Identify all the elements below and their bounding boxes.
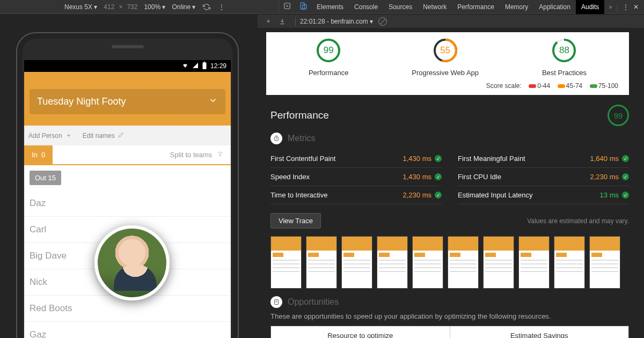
kebab-icon[interactable]: ⋮	[623, 3, 629, 11]
metrics-label: Metrics	[288, 134, 316, 143]
svg-rect-3	[202, 62, 206, 69]
tab-elements[interactable]: Elements	[311, 0, 349, 14]
device-select[interactable]: Nexus 5X ▾	[64, 3, 97, 11]
add-icon[interactable]: ＋	[263, 16, 274, 27]
add-person-button[interactable]: Add Person ＋	[28, 131, 72, 140]
kebab-icon[interactable]: ⋮	[217, 3, 226, 11]
check-icon: ✓	[435, 192, 442, 199]
add-person-label: Add Person	[28, 132, 62, 139]
filmstrip-frame[interactable]	[554, 236, 585, 289]
signal-icon	[192, 62, 199, 70]
performance-title: Performance	[270, 109, 329, 121]
rotate-icon[interactable]	[202, 3, 211, 11]
plus-icon: ＋	[65, 131, 72, 140]
filmstrip-frame[interactable]	[412, 236, 443, 289]
filmstrip-frame[interactable]	[448, 236, 479, 289]
audit-report-select[interactable]: 22:01:28 - benfrain.com ▾	[300, 18, 373, 25]
opp-col-resource: Resource to optimize	[271, 326, 450, 338]
tab-console[interactable]: Console	[349, 0, 383, 14]
dot-green	[590, 84, 597, 88]
scale-label: Score scale:	[486, 82, 522, 90]
metric-value: 2,230 ms	[590, 173, 619, 181]
opportunities-heading[interactable]: Opportunities	[258, 294, 644, 310]
metric-row: First Meaningful Paint 1,640 ms✓	[458, 150, 629, 168]
stopwatch-icon	[270, 133, 282, 144]
tab-audits[interactable]: Audits	[576, 0, 604, 14]
score-performance[interactable]: 99 Performance	[309, 38, 348, 77]
status-bar: 12:29	[24, 60, 231, 72]
scale-green: 75-100	[598, 82, 618, 90]
list-item[interactable]: Daz	[24, 190, 231, 217]
viewport-width[interactable]: 412	[104, 3, 114, 11]
svg-rect-4	[204, 62, 206, 62]
score-card: 99 Performance 55 Progressive Web App 88…	[266, 32, 629, 95]
speaker	[112, 45, 144, 48]
tab-sources[interactable]: Sources	[383, 0, 418, 14]
metric-label: Estimated Input Latency	[458, 191, 532, 199]
filmstrip-frame[interactable]	[589, 236, 620, 289]
filmstrip	[258, 231, 644, 294]
list-item[interactable]: Gaz	[24, 322, 231, 338]
metric-row: First Contentful Paint 1,430 ms✓	[270, 150, 442, 168]
metric-value: 1,430 ms	[403, 173, 431, 181]
metric-label: Time to Interactive	[270, 191, 327, 199]
score-label: Performance	[309, 69, 348, 77]
score-scale: Score scale: 0-44 45-74 75-100	[277, 82, 618, 90]
app-title-bar[interactable]: Tuesday Night Footy	[30, 89, 225, 114]
tab-application[interactable]: Application	[533, 0, 576, 14]
edit-names-label: Edit names	[83, 132, 115, 139]
tab-in-label: In	[32, 151, 38, 159]
metric-row: Speed Index 1,430 ms✓	[270, 168, 442, 186]
app-header: Tuesday Night Footy	[24, 72, 231, 126]
check-icon: ✓	[622, 192, 629, 199]
dot-orange	[558, 84, 565, 88]
filmstrip-frame[interactable]	[483, 236, 514, 289]
performance-score-badge: 99	[608, 105, 629, 126]
close-icon[interactable]: ✕	[633, 3, 639, 11]
filmstrip-frame[interactable]	[306, 236, 337, 289]
tab-memory[interactable]: Memory	[500, 0, 533, 14]
score-best-practices[interactable]: 88 Best Practices	[542, 38, 587, 77]
more-tabs-icon[interactable]: »	[604, 3, 617, 11]
check-icon: ✓	[435, 155, 442, 162]
app-tabs: In 0 Split to teams	[24, 145, 231, 165]
inspect-icon[interactable]	[279, 2, 295, 11]
device-toggle-icon[interactable]	[295, 2, 311, 11]
download-icon[interactable]	[277, 16, 288, 27]
zoom-select[interactable]: 100% ▾	[144, 3, 165, 11]
metric-label: First CPU Idle	[458, 173, 501, 181]
edit-names-button[interactable]: Edit names	[83, 131, 124, 140]
out-pill[interactable]: Out 15	[30, 171, 61, 185]
check-icon: ✓	[622, 155, 629, 162]
check-icon: ✓	[435, 173, 442, 180]
app-actions: Add Person ＋ Edit names	[24, 126, 231, 145]
viewport-height[interactable]: 732	[127, 3, 137, 11]
split-teams-button[interactable]: Split to teams	[165, 145, 231, 164]
clock: 12:29	[210, 62, 226, 70]
clear-icon[interactable]	[378, 17, 387, 26]
metric-label: First Contentful Paint	[270, 155, 335, 163]
chevron-down-icon	[208, 95, 218, 108]
opportunities-label: Opportunities	[288, 297, 339, 307]
score-pwa[interactable]: 55 Progressive Web App	[412, 38, 479, 77]
battery-icon	[202, 62, 207, 71]
opp-col-savings: Estimated Savings	[450, 326, 629, 338]
view-trace-button[interactable]: View Trace	[270, 213, 321, 229]
filmstrip-frame[interactable]	[270, 236, 302, 289]
throttling-select[interactable]: Online ▾	[172, 3, 195, 11]
metric-label: First Meaningful Paint	[458, 155, 525, 163]
tab-in[interactable]: In 0	[24, 145, 53, 164]
filmstrip-frame[interactable]	[518, 236, 550, 289]
performance-heading: Performance 99	[258, 101, 644, 130]
metric-value: 2,230 ms	[403, 191, 431, 199]
metric-row: First CPU Idle 2,230 ms✓	[458, 168, 629, 186]
dimension-x: ×	[119, 3, 122, 11]
estimated-note: Values are estimated and may vary.	[527, 217, 629, 225]
filmstrip-frame[interactable]	[377, 236, 408, 289]
tab-performance[interactable]: Performance	[452, 0, 500, 14]
tab-network[interactable]: Network	[418, 0, 452, 14]
filmstrip-frame[interactable]	[341, 236, 372, 289]
metrics-heading[interactable]: Metrics	[258, 130, 644, 146]
dot-red	[529, 84, 536, 88]
wifi-icon	[181, 62, 189, 70]
